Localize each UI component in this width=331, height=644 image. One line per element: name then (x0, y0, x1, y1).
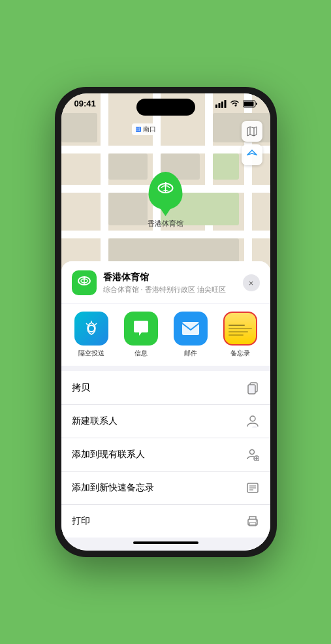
print-icon (245, 514, 260, 528)
map-type-button[interactable] (242, 121, 262, 142)
messages-icon-wrap (124, 312, 158, 346)
location-arrow-icon (247, 150, 257, 160)
action-new-contact[interactable]: 新建联系人 (61, 405, 270, 438)
svg-rect-1 (218, 103, 220, 108)
svg-rect-5 (244, 101, 253, 106)
airdrop-label: 隔空投送 (78, 349, 104, 358)
svg-line-20 (86, 323, 88, 325)
close-button[interactable]: × (243, 274, 260, 291)
mail-icon (181, 321, 200, 336)
svg-rect-0 (215, 105, 217, 108)
phone-shell: 09:41 (55, 87, 277, 557)
svg-rect-3 (224, 100, 226, 108)
map-label-text: 南口 (143, 125, 156, 134)
svg-line-19 (95, 323, 97, 325)
messages-label: 信息 (134, 349, 148, 358)
copy-icon (245, 381, 260, 395)
person-icon (245, 414, 260, 428)
messages-icon (131, 319, 151, 338)
status-icons (215, 100, 257, 108)
notes-lines-decoration (225, 319, 256, 338)
action-list: 拷贝 新建联系人 (61, 371, 270, 538)
battery-icon (243, 100, 257, 108)
signal-icon (215, 100, 227, 108)
airdrop-icon-wrap (74, 312, 108, 346)
action-quick-notes[interactable]: 添加到新快速备忘录 (61, 472, 270, 505)
svg-rect-2 (221, 101, 223, 108)
svg-rect-21 (182, 322, 199, 335)
svg-point-26 (249, 450, 254, 455)
action-add-contact-label: 添加到现有联系人 (72, 449, 145, 460)
airdrop-icon (82, 319, 101, 338)
map-controls (242, 121, 262, 168)
svg-rect-25 (252, 426, 257, 428)
svg-point-36 (255, 521, 257, 522)
venue-logo-icon (77, 276, 91, 290)
wifi-icon (230, 100, 240, 107)
pin-label: 香港体育馆 (148, 219, 183, 229)
action-copy[interactable]: 拷贝 (61, 371, 270, 405)
svg-rect-23 (248, 385, 255, 394)
svg-point-24 (250, 416, 255, 421)
notes-label: 备忘录 (230, 349, 250, 358)
notes-icon-wrap (223, 312, 257, 346)
map-label-dot: 出 (136, 127, 141, 132)
map-label: 出 南口 (132, 123, 160, 135)
svg-point-17 (88, 325, 95, 332)
share-row: 隔空投送 信息 (61, 304, 270, 366)
share-item-mail[interactable]: 邮件 (171, 312, 210, 358)
location-button[interactable] (242, 144, 262, 165)
mail-label: 邮件 (184, 349, 197, 358)
mail-icon-wrap (174, 312, 208, 346)
share-item-messages[interactable]: 信息 (121, 312, 161, 358)
share-item-notes[interactable]: 备忘录 (221, 312, 260, 358)
dynamic-island (136, 99, 195, 116)
venue-icon (72, 270, 97, 295)
location-pin: 香港体育馆 (148, 172, 183, 229)
pin-icon (149, 172, 183, 210)
action-print-label: 打印 (72, 515, 90, 527)
venue-name: 香港体育馆 (103, 272, 236, 283)
action-quick-notes-label: 添加到新快速备忘录 (72, 482, 154, 494)
phone-screen: 09:41 (61, 93, 270, 551)
bottom-sheet: 香港体育馆 综合体育馆 · 香港特别行政区 油尖旺区 × (61, 261, 270, 551)
venue-info: 香港体育馆 综合体育馆 · 香港特别行政区 油尖旺区 (103, 272, 236, 295)
action-print[interactable]: 打印 (61, 505, 270, 538)
map-type-icon (247, 126, 257, 137)
status-time: 09:41 (74, 99, 96, 108)
add-person-icon (245, 447, 260, 462)
action-copy-label: 拷贝 (72, 382, 90, 394)
quick-note-icon (245, 481, 260, 495)
sheet-header: 香港体育馆 综合体育馆 · 香港特别行政区 油尖旺区 × (61, 261, 270, 303)
home-indicator (133, 541, 198, 544)
action-add-contact[interactable]: 添加到现有联系人 (61, 438, 270, 472)
venue-subtitle: 综合体育馆 · 香港特别行政区 油尖旺区 (103, 285, 236, 295)
share-item-airdrop[interactable]: 隔空投送 (72, 312, 111, 358)
stadium-icon (157, 182, 175, 200)
action-new-contact-label: 新建联系人 (72, 415, 118, 427)
